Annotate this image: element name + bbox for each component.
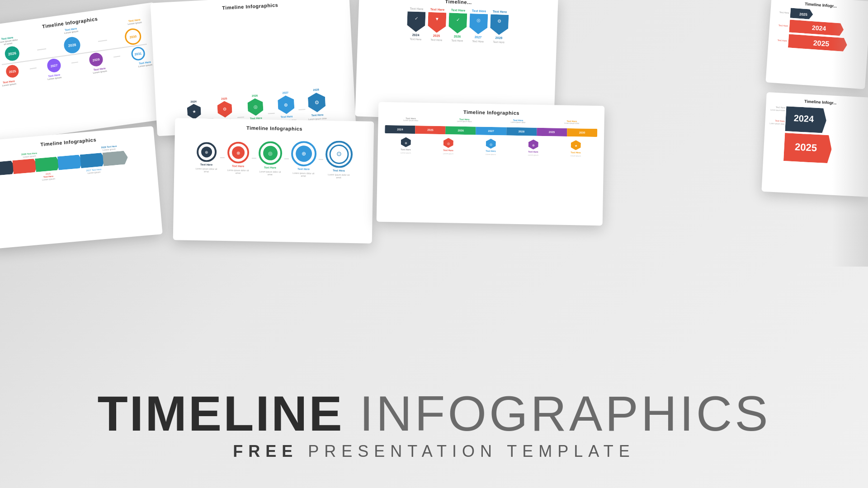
svg-text:▼: ▼ bbox=[435, 16, 439, 21]
s3-desc-3: Text Here bbox=[451, 39, 463, 43]
svg-text:◎: ◎ bbox=[447, 142, 450, 145]
svg-text:✓: ✓ bbox=[456, 17, 460, 22]
svg-text:⊗: ⊗ bbox=[236, 150, 240, 155]
svg-marker-31 bbox=[103, 150, 128, 166]
svg-marker-12 bbox=[428, 12, 447, 33]
s7-bar-2028: 2028 bbox=[506, 127, 537, 136]
title-bold: TIMELINE bbox=[97, 385, 344, 441]
s8-pent-2: 2025 bbox=[783, 133, 832, 163]
s5-arrow-5 bbox=[80, 152, 106, 168]
s8-label-2: Text HereLorem ipsum dolor bbox=[769, 119, 785, 125]
s7-bar-2030: 2030 bbox=[567, 128, 597, 137]
svg-marker-30 bbox=[80, 152, 106, 168]
svg-text:⊕: ⊕ bbox=[532, 143, 535, 146]
s5-label-above-2: 2028 Text HereLorem ipsum bbox=[101, 145, 117, 151]
subtitle-rest: PRESENTATION TEMPLATE bbox=[308, 442, 635, 460]
svg-marker-18 bbox=[490, 14, 509, 35]
s2-year-2: 2025 bbox=[221, 97, 227, 100]
svg-text:◎: ◎ bbox=[268, 150, 273, 156]
svg-text:⊕: ⊕ bbox=[302, 150, 306, 157]
title-light: INFOGRAPHICS bbox=[359, 385, 770, 441]
s5-arrow-4 bbox=[57, 155, 83, 170]
svg-text:⊕: ⊕ bbox=[405, 141, 407, 144]
svg-marker-27 bbox=[12, 159, 38, 174]
svg-text:◎: ◎ bbox=[253, 104, 258, 109]
s2-label-5: Text Here bbox=[311, 113, 323, 117]
s5-arrow-6 bbox=[103, 150, 128, 166]
s7-bar-2026: 2026 bbox=[445, 126, 476, 135]
s2-shield-4: ⊕ bbox=[278, 94, 295, 115]
slide1-year-2026: 2026 bbox=[4, 45, 20, 61]
s6-circle-2: ⊗ bbox=[227, 141, 250, 164]
svg-text:2024: 2024 bbox=[793, 113, 814, 124]
s2-year-3: 2026 bbox=[252, 94, 258, 98]
s6-label-4: Text Here bbox=[297, 168, 310, 170]
svg-text:◎: ◎ bbox=[490, 143, 492, 146]
svg-marker-14 bbox=[448, 13, 467, 33]
svg-marker-16 bbox=[469, 14, 488, 34]
s7-desc-t4: Lorem ipsum dolor bbox=[559, 122, 584, 125]
svg-text:★: ★ bbox=[575, 144, 577, 147]
svg-text:⚙: ⚙ bbox=[314, 99, 319, 105]
s7-bot-label-3: Text Here bbox=[486, 150, 496, 152]
s6-circle-5: ⊙ bbox=[326, 141, 353, 168]
s7-icon-4: ⊕ bbox=[528, 139, 538, 149]
s6-desc-2: Lorem ipsum dolor sit amet bbox=[226, 169, 249, 174]
slide-1-content: Text Here Lorem ipsum dolor sit amet Tex… bbox=[0, 15, 168, 141]
s6-label-2: Text Here bbox=[232, 164, 244, 167]
s3-label-above-2: Text Here bbox=[430, 8, 445, 11]
svg-text:2024: 2024 bbox=[812, 24, 826, 32]
slide-card-5: Timeline Infographics 2026 Text HereLore… bbox=[0, 126, 163, 249]
s7-bar-2024: 2024 bbox=[385, 125, 415, 134]
s7-bar-2027: 2027 bbox=[476, 127, 506, 135]
s7-icon-3: ◎ bbox=[486, 139, 496, 149]
slide1-year-2031: 2031 bbox=[130, 46, 146, 61]
sub-title: FREE PRESENTATION TEMPLATE bbox=[0, 442, 868, 461]
s3-chevron-1: ✓ bbox=[407, 11, 426, 32]
svg-marker-29 bbox=[57, 155, 83, 170]
s3-desc-5: Text Here bbox=[493, 41, 505, 44]
svg-text:⚙: ⚙ bbox=[497, 19, 501, 23]
svg-text:2025: 2025 bbox=[813, 39, 830, 47]
s8-pent-1: 2024 bbox=[785, 106, 827, 133]
slides-container: Timeline Infographics Text Here Lorem ip… bbox=[0, 0, 868, 267]
s7-icon-1: ⊕ bbox=[401, 137, 411, 147]
s3-desc-4: Text Here bbox=[472, 40, 484, 43]
s2-year-4: 2027 bbox=[283, 91, 289, 94]
s7-bot-label-1: Text Here bbox=[401, 148, 411, 150]
s4-arrow-2: 2024 bbox=[789, 20, 844, 36]
bottom-text-section: TIMELINE INFOGRAPHICS FREE PRESENTATION … bbox=[0, 389, 868, 461]
s3-label-above-1: Text Here bbox=[410, 7, 424, 10]
slide-card-1: Timeline Infographics Text Here Lorem ip… bbox=[0, 2, 170, 142]
s6-circle-1: ⊕ bbox=[197, 142, 217, 162]
svg-text:⊙: ⊙ bbox=[336, 150, 342, 157]
s6-label-3: Text Here bbox=[264, 166, 276, 169]
svg-text:✓: ✓ bbox=[415, 16, 418, 21]
s4-label-2: Text Here bbox=[774, 23, 788, 27]
subtitle-free: FREE bbox=[233, 442, 298, 460]
s2-label-4: Text Here bbox=[281, 115, 293, 118]
s4-label-3: Text Here bbox=[774, 38, 787, 42]
s7-bar-2025: 2025 bbox=[415, 126, 445, 134]
s2-shield-3: ◎ bbox=[247, 98, 264, 117]
s6-desc-1: Lorem ipsum dolor sit amet bbox=[195, 167, 217, 173]
s3-year-1: 2024 bbox=[412, 33, 420, 37]
slide1-year-2027: 2027 bbox=[47, 58, 62, 73]
s7-bot-desc-5: Lorem ipsum bbox=[571, 155, 581, 157]
main-title: TIMELINE INFOGRAPHICS bbox=[0, 389, 868, 438]
s3-label-above-5: Text Here bbox=[493, 10, 507, 14]
svg-text:⊕: ⊕ bbox=[284, 102, 288, 107]
s7-desc-t1: Lorem ipsum dolor bbox=[398, 119, 423, 122]
svg-text:⊕: ⊕ bbox=[205, 150, 208, 155]
s5-arrow-2 bbox=[12, 159, 38, 174]
s3-desc-2: Text Here bbox=[430, 38, 442, 42]
s3-label-above-4: Text Here bbox=[472, 9, 486, 13]
slide1-year-2025: 2025 bbox=[5, 64, 20, 79]
s6-circle-4: ⊕ bbox=[291, 141, 317, 167]
svg-text:2025: 2025 bbox=[799, 12, 808, 17]
s3-year-3: 2026 bbox=[454, 35, 461, 38]
s5-label-below-4 bbox=[130, 164, 149, 173]
s3-year-2: 2025 bbox=[433, 34, 440, 38]
s3-chevron-3: ✓ bbox=[448, 13, 467, 33]
s6-label-5: Text Here bbox=[333, 169, 345, 172]
